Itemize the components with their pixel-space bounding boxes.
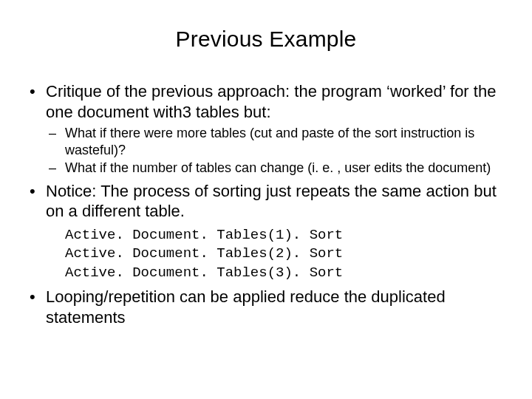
sub-bullet-text: What if the number of tables can change … [65, 160, 491, 175]
code-block: Active. Document. Tables(1). Sort Active… [65, 226, 505, 283]
sub-bullet-more-tables: What if there were more tables (cut and … [46, 125, 505, 158]
sub-bullet-list: What if there were more tables (cut and … [46, 125, 505, 177]
slide: Previous Example Critique of the previou… [0, 0, 532, 399]
sub-bullet-text: What if there were more tables (cut and … [65, 126, 474, 157]
bullet-notice: Notice: The process of sorting just repe… [27, 181, 505, 283]
bullet-looping: Looping/repetition can be applied reduce… [27, 287, 505, 327]
code-line: Active. Document. Tables(2). Sort [65, 245, 505, 264]
bullet-list: Critique of the previous approach: the p… [27, 81, 505, 327]
slide-title: Previous Example [27, 27, 505, 52]
code-line: Active. Document. Tables(3). Sort [65, 264, 505, 283]
bullet-text: Notice: The process of sorting just repe… [46, 182, 497, 221]
bullet-critique: Critique of the previous approach: the p… [27, 81, 505, 177]
bullet-text: Critique of the previous approach: the p… [46, 82, 496, 121]
bullet-text: Looping/repetition can be applied reduce… [46, 287, 446, 327]
code-line: Active. Document. Tables(1). Sort [65, 226, 505, 245]
sub-bullet-tables-change: What if the number of tables can change … [46, 160, 505, 177]
